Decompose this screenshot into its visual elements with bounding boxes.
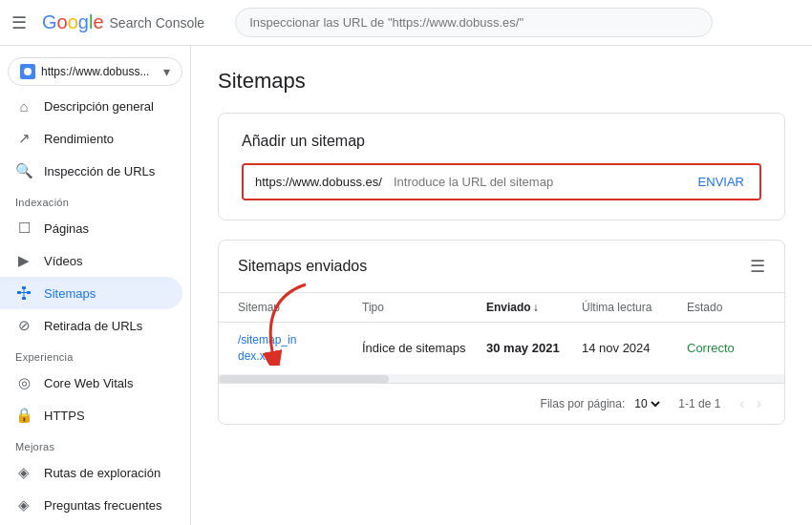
sidebar-item-fragmentos[interactable]: ◈ Fragmentos de reseñas	[0, 521, 182, 525]
rows-per-page-select[interactable]: 10 25 50	[630, 396, 663, 411]
sidebar: https://www.dobuss... ▾ ⌂ Descripción ge…	[0, 46, 191, 525]
sidebar-label-rutas: Rutas de exploración	[44, 466, 160, 480]
filter-icon[interactable]: ☰	[750, 256, 765, 277]
col-header-enviado[interactable]: Enviado ↓	[486, 301, 582, 314]
video-icon: ▶	[15, 252, 32, 269]
sidebar-label-videos: Vídeos	[44, 254, 82, 268]
col-header-tipo: Tipo	[362, 301, 486, 314]
cell-tipo: Índice de sitemaps	[362, 341, 486, 355]
chevron-down-icon: ▾	[163, 64, 170, 79]
sidebar-label-retirada: Retirada de URLs	[44, 319, 142, 333]
svg-rect-4	[27, 291, 31, 294]
search-bar[interactable]	[235, 8, 713, 37]
cell-enviado: 30 may 2021	[486, 341, 582, 355]
property-icon	[20, 64, 35, 79]
sidebar-label-paginas: Páginas	[44, 221, 89, 236]
sidebar-item-rendimiento[interactable]: ↗ Rendimiento	[0, 122, 182, 155]
table-title: Sitemaps enviados	[238, 258, 367, 275]
layout: https://www.dobuss... ▾ ⌂ Descripción ge…	[0, 46, 812, 525]
sidebar-item-retirada[interactable]: ⊘ Retirada de URLs	[0, 309, 182, 342]
sidebar-label-sitemaps: Sitemaps	[44, 286, 96, 301]
sidebar-item-rutas[interactable]: ◈ Rutas de exploración	[0, 456, 182, 489]
pagination-next-button[interactable]: ›	[753, 393, 765, 414]
pagination-nav: ‹ ›	[736, 393, 765, 414]
sidebar-item-descripcion[interactable]: ⌂ Descripción general	[0, 90, 182, 122]
scrollbar-thumb	[219, 375, 389, 383]
sidebar-item-faq[interactable]: ◈ Preguntas frecuentes	[0, 489, 182, 521]
sidebar-item-cwv[interactable]: ◎ Core Web Vitals	[0, 367, 182, 399]
cell-paginas: 515	[773, 341, 785, 355]
sitemaps-table-card: Sitemaps enviados ☰ Sitemap Tipo Enviado…	[218, 240, 785, 425]
sidebar-label-inspeccion: Inspección de URLs	[44, 164, 155, 178]
table-row: /sitemap_index.xml Índice de sitemaps 30…	[219, 323, 784, 375]
section-label-experiencia: Experiencia	[0, 342, 190, 367]
sidebar-item-paginas[interactable]: ☐ Páginas	[0, 212, 182, 244]
sidebar-label-cwv: Core Web Vitals	[44, 376, 133, 390]
faq-icon: ◈	[15, 496, 32, 514]
property-text: https://www.dobuss...	[41, 65, 158, 78]
sidebar-item-sitemaps[interactable]: Sitemaps	[0, 277, 182, 309]
trending-icon: ↗	[15, 130, 32, 147]
svg-rect-1	[17, 291, 21, 294]
lock-icon: 🔒	[15, 407, 32, 424]
search-input[interactable]	[235, 8, 713, 37]
rows-per-page-label: Filas por página:	[541, 397, 626, 410]
logo: Google Search Console	[42, 11, 204, 33]
sitemap-input-container: https://www.dobuss.es/ ENVIAR	[242, 163, 761, 200]
explore-icon: ◈	[15, 464, 32, 481]
sitemap-url-prefix: https://www.dobuss.es/	[244, 165, 394, 199]
cell-sitemap: /sitemap_index.xml	[238, 332, 362, 365]
rows-per-page: Filas por página: 10 25 50	[541, 396, 664, 411]
svg-point-0	[24, 68, 32, 75]
col-header-ultima: Última lectura	[582, 301, 687, 314]
pagination-prev-button[interactable]: ‹	[736, 393, 748, 414]
sort-arrow-icon: ↓	[533, 301, 539, 314]
property-selector[interactable]: https://www.dobuss... ▾	[8, 57, 182, 86]
table-scrollbar[interactable]	[219, 375, 784, 383]
add-sitemap-card: Añadir un sitemap https://www.dobuss.es/…	[218, 113, 785, 220]
sitemap-url-input[interactable]	[394, 165, 683, 199]
sidebar-label-faq: Preguntas frecuentes	[44, 498, 162, 513]
home-icon: ⌂	[15, 97, 32, 115]
sidebar-item-https[interactable]: 🔒 HTTPS	[0, 399, 182, 431]
file-icon: ☐	[15, 220, 32, 237]
section-label-mejoras: Mejoras	[0, 431, 190, 456]
cell-ultima: 14 nov 2024	[582, 341, 687, 355]
col-header-estado: Estado	[687, 301, 773, 314]
sitemap-submit-button[interactable]: ENVIAR	[683, 165, 759, 199]
sidebar-item-videos[interactable]: ▶ Vídeos	[0, 244, 182, 277]
table-header: Sitemaps enviados ☰	[219, 241, 784, 292]
speed-icon: ◎	[15, 374, 32, 391]
sidebar-label-descripcion: Descripción general	[44, 99, 154, 114]
table-column-headers: Sitemap Tipo Enviado ↓ Última lectura Es…	[219, 292, 784, 323]
cell-estado: Correcto	[687, 341, 773, 355]
sidebar-label-rendimiento: Rendimiento	[44, 132, 114, 146]
col-header-paginas: Páginas descubiertas	[773, 301, 785, 314]
sidebar-label-https: HTTPS	[44, 409, 85, 423]
col-header-sitemap: Sitemap	[238, 301, 362, 314]
sitemap-icon	[15, 284, 32, 302]
search-icon: 🔍	[15, 162, 32, 179]
section-label-indexacion: Indexación	[0, 187, 190, 212]
table-footer: Filas por página: 10 25 50 1-1 de 1 ‹ ›	[219, 383, 784, 424]
menu-icon[interactable]: ☰	[11, 12, 27, 33]
pagination-info: 1-1 de 1	[678, 397, 720, 410]
add-sitemap-title: Añadir un sitemap	[242, 133, 761, 150]
block-icon: ⊘	[15, 317, 32, 334]
google-wordmark: Google	[42, 11, 104, 33]
topbar: ☰ Google Search Console	[0, 0, 812, 46]
product-name: Search Console	[110, 15, 205, 31]
page-title: Sitemaps	[218, 69, 785, 94]
main-content: Sitemaps Añadir un sitemap https://www.d…	[191, 46, 812, 525]
sidebar-item-inspeccion[interactable]: 🔍 Inspección de URLs	[0, 155, 182, 187]
